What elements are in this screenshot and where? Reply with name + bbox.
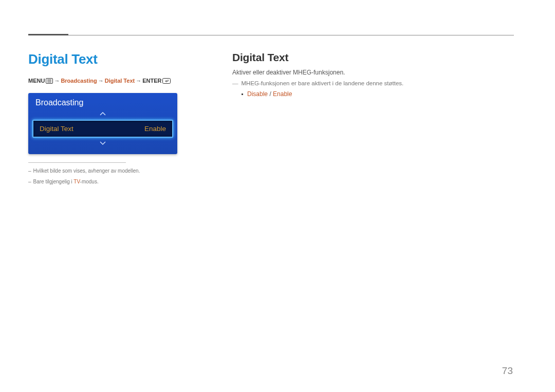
top-rule bbox=[28, 35, 514, 35]
menu-panel: Broadcasting Digital Text Enable bbox=[28, 93, 177, 154]
option-enable: Enable bbox=[273, 90, 292, 98]
footnote-2-pre: Bare tilgjengelig i bbox=[33, 179, 74, 184]
chevron-down-icon[interactable] bbox=[28, 140, 177, 147]
arrow-1: → bbox=[54, 78, 60, 84]
footnote-1: – Hvilket bilde som vises, avhenger av m… bbox=[28, 168, 177, 174]
menu-row-value: Enable bbox=[144, 125, 166, 133]
page-number: 73 bbox=[502, 365, 513, 377]
bullet-icon bbox=[242, 94, 243, 95]
enter-icon bbox=[162, 78, 171, 84]
dash-icon: ― bbox=[232, 80, 238, 86]
footnote-1-text: Hvilket bilde som vises, avhenger av mod… bbox=[33, 168, 140, 174]
menu-row-digital-text[interactable]: Digital Text Enable bbox=[32, 120, 173, 138]
menu-row-label: Digital Text bbox=[40, 125, 73, 133]
footnote-2: – Bare tilgjengelig i TV-modus. bbox=[28, 179, 177, 184]
arrow-2: → bbox=[98, 78, 104, 84]
chevron-up-icon[interactable] bbox=[28, 110, 177, 118]
page-title-left: Digital Text bbox=[28, 51, 177, 67]
option-separator: / bbox=[269, 90, 271, 98]
sub-note-text: MHEG-funksjonen er bare aktivert i de la… bbox=[242, 80, 404, 86]
menu-label: MENU bbox=[28, 78, 45, 84]
enter-label: ENTER bbox=[142, 78, 161, 84]
menu-panel-title-row: Broadcasting bbox=[28, 93, 177, 110]
sub-note: ― MHEG-funksjonen er bare aktivert i de … bbox=[232, 80, 510, 86]
note-rule bbox=[28, 162, 126, 163]
crumb-broadcasting: Broadcasting bbox=[61, 78, 97, 84]
footnote-2-text: Bare tilgjengelig i TV-modus. bbox=[33, 179, 99, 184]
right-column: Digital Text Aktiver eller deaktiver MHE… bbox=[232, 51, 510, 98]
section-title-right: Digital Text bbox=[232, 51, 510, 64]
option-disable: Disable bbox=[247, 90, 268, 98]
menu-icon bbox=[46, 78, 53, 84]
menu-breadcrumb: MENU → Broadcasting → Digital Text → ENT… bbox=[28, 78, 177, 84]
description-text: Aktiver eller deaktiver MHEG-funksjonen. bbox=[232, 69, 510, 76]
arrow-3: → bbox=[136, 78, 141, 84]
left-column: Digital Text MENU → Broadcasting → Digit… bbox=[28, 51, 177, 184]
dash-icon: – bbox=[28, 179, 31, 184]
options-line: Disable / Enable bbox=[242, 90, 510, 98]
crumb-digital-text: Digital Text bbox=[105, 78, 135, 84]
footnote-2-post: -modus. bbox=[80, 179, 99, 184]
top-rule-bold bbox=[28, 34, 68, 35]
menu-panel-title: Broadcasting bbox=[35, 98, 83, 107]
footnote-2-hl: TV bbox=[73, 179, 80, 184]
dash-icon: – bbox=[28, 168, 31, 174]
